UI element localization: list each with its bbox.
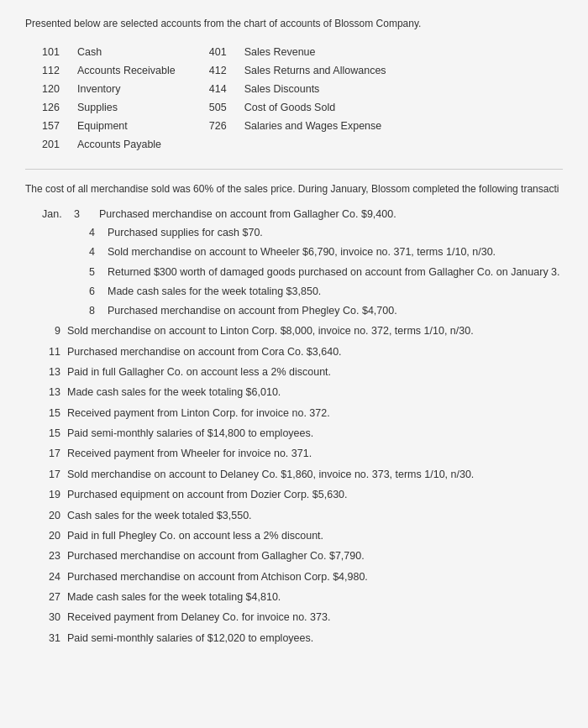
entry-desc: Purchased merchandise on account from Ph… — [108, 303, 397, 319]
outer-transaction-row: 27 Made cash sales for the week totaling… — [42, 588, 563, 608]
outer-transaction-row: 23 Purchased merchandise on account from… — [42, 547, 563, 567]
jan-entry: 8 Purchased merchandise on account from … — [89, 301, 563, 321]
account-row: 157 Equipment — [42, 120, 176, 132]
entry-day: 4 — [89, 244, 99, 260]
trans-desc: Paid semi-monthly salaries of $12,020 to… — [67, 631, 563, 647]
outer-transaction-row: 11 Purchased merchandise on account from… — [42, 342, 563, 362]
entry-desc: Made cash sales for the week totaling $3… — [108, 284, 321, 300]
trans-day: 15 — [42, 406, 60, 422]
entry-desc: Returned $300 worth of damaged goods pur… — [108, 264, 560, 280]
outer-transaction-row: 31 Paid semi-monthly salaries of $12,020… — [42, 628, 563, 648]
trans-day: 20 — [42, 528, 60, 544]
entry-day: 4 — [89, 225, 99, 241]
account-name: Supplies — [77, 102, 118, 113]
account-name: Accounts Payable — [77, 139, 161, 150]
account-number: 101 — [42, 46, 66, 58]
outer-transaction-row: 20 Cash sales for the week totaled $3,55… — [42, 505, 563, 526]
page: Presented below are selected accounts fr… — [0, 0, 588, 728]
account-number: 120 — [42, 83, 66, 95]
trans-day: 23 — [42, 548, 60, 564]
trans-desc: Paid in full Phegley Co. on account less… — [67, 528, 563, 544]
accounts-left-col: 101 Cash 112 Accounts Receivable 120 Inv… — [42, 46, 176, 150]
account-row: 505 Cost of Goods Sold — [209, 102, 386, 113]
january-block: Jan. 3 Purchased merchandise on account … — [42, 208, 563, 322]
trans-day: 13 — [42, 364, 60, 380]
trans-desc: Cash sales for the week totaled $3,550. — [67, 508, 563, 524]
trans-day: 17 — [42, 446, 60, 462]
account-row: 414 Sales Discounts — [209, 83, 386, 95]
outer-transaction-row: 17 Received payment from Wheeler for inv… — [42, 444, 563, 464]
accounts-table: 101 Cash 112 Accounts Receivable 120 Inv… — [42, 46, 563, 150]
account-number: 505 — [209, 102, 233, 113]
account-row: 412 Sales Returns and Allowances — [209, 65, 386, 76]
account-name: Equipment — [77, 120, 128, 132]
trans-day: 19 — [42, 487, 60, 503]
jan-month-label: Jan. — [42, 208, 66, 220]
account-number: 157 — [42, 120, 66, 132]
trans-day: 15 — [42, 426, 60, 442]
account-row: 126 Supplies — [42, 102, 176, 113]
account-number: 414 — [209, 83, 233, 95]
outer-transaction-row: 15 Received payment from Linton Corp. fo… — [42, 403, 563, 423]
outer-transaction-row: 13 Paid in full Gallagher Co. on account… — [42, 362, 563, 382]
trans-day: 27 — [42, 589, 60, 605]
jan-entry: 5 Returned $300 worth of damaged goods p… — [89, 263, 563, 282]
outer-transactions: 9 Sold merchandise on account to Linton … — [42, 322, 563, 649]
entry-desc: Sold merchandise on account to Wheeler $… — [108, 244, 496, 260]
cost-note: The cost of all merchandise sold was 60%… — [25, 181, 563, 196]
trans-day: 9 — [42, 323, 60, 339]
trans-desc: Purchased merchandise on account from Ga… — [67, 548, 563, 564]
account-row: 726 Salaries and Wages Expense — [209, 120, 386, 132]
jan-entries: 4 Purchased supplies for cash $70. 4 Sol… — [89, 223, 563, 322]
outer-transaction-row: 15 Paid semi-monthly salaries of $14,800… — [42, 424, 563, 444]
entry-desc: Purchased supplies for cash $70. — [108, 225, 263, 241]
account-row: 112 Accounts Receivable — [42, 65, 176, 76]
account-number: 412 — [209, 65, 233, 76]
entry-day: 5 — [89, 264, 99, 280]
trans-desc: Purchased merchandise on account from At… — [67, 569, 563, 585]
trans-day: 24 — [42, 569, 60, 585]
divider — [25, 169, 563, 170]
account-row: 101 Cash — [42, 46, 176, 58]
account-name: Sales Returns and Allowances — [244, 65, 386, 76]
trans-day: 11 — [42, 344, 60, 360]
trans-desc: Sold merchandise on account to Linton Co… — [67, 323, 563, 339]
account-name: Sales Discounts — [244, 83, 320, 95]
trans-desc: Purchased merchandise on account from Co… — [67, 344, 563, 360]
trans-desc: Made cash sales for the week totaling $6… — [67, 385, 563, 401]
trans-desc: Paid in full Gallagher Co. on account le… — [67, 364, 563, 380]
outer-transaction-row: 19 Purchased equipment on account from D… — [42, 485, 563, 505]
account-row: 201 Accounts Payable — [42, 139, 176, 150]
intro-text: Presented below are selected accounts fr… — [25, 17, 563, 31]
account-number: 112 — [42, 65, 66, 76]
jan-first-entry: Purchased merchandise on account from Ga… — [99, 208, 396, 220]
trans-desc: Received payment from Linton Corp. for i… — [67, 406, 563, 422]
trans-day: 20 — [42, 508, 60, 524]
trans-day: 13 — [42, 385, 60, 401]
entry-day: 8 — [89, 303, 99, 319]
jan-entry: 6 Made cash sales for the week totaling … — [89, 282, 563, 301]
outer-transaction-row: 24 Purchased merchandise on account from… — [42, 567, 563, 587]
jan-day-3: 3 — [74, 208, 91, 220]
account-row: 401 Sales Revenue — [209, 46, 386, 58]
jan-header: Jan. 3 Purchased merchandise on account … — [42, 208, 563, 220]
account-name: Sales Revenue — [244, 46, 316, 58]
trans-desc: Paid semi-monthly salaries of $14,800 to… — [67, 426, 563, 442]
trans-day: 31 — [42, 631, 60, 647]
account-number: 201 — [42, 139, 66, 150]
account-number: 726 — [209, 120, 233, 132]
account-name: Inventory — [77, 83, 120, 95]
trans-desc: Purchased equipment on account from Dozi… — [67, 487, 563, 503]
trans-day: 17 — [42, 467, 60, 483]
accounts-right-col: 401 Sales Revenue 412 Sales Returns and … — [209, 46, 386, 150]
account-row: 120 Inventory — [42, 83, 176, 95]
account-number: 126 — [42, 102, 66, 113]
account-name: Cost of Goods Sold — [244, 102, 335, 113]
outer-transaction-row: 9 Sold merchandise on account to Linton … — [42, 322, 563, 342]
trans-desc: Sold merchandise on account to Delaney C… — [67, 467, 563, 483]
account-name: Salaries and Wages Expense — [244, 120, 382, 132]
outer-transaction-row: 20 Paid in full Phegley Co. on account l… — [42, 526, 563, 546]
trans-desc: Received payment from Delaney Co. for in… — [67, 610, 563, 626]
account-number: 401 — [209, 46, 233, 58]
outer-transaction-row: 13 Made cash sales for the week totaling… — [42, 383, 563, 403]
